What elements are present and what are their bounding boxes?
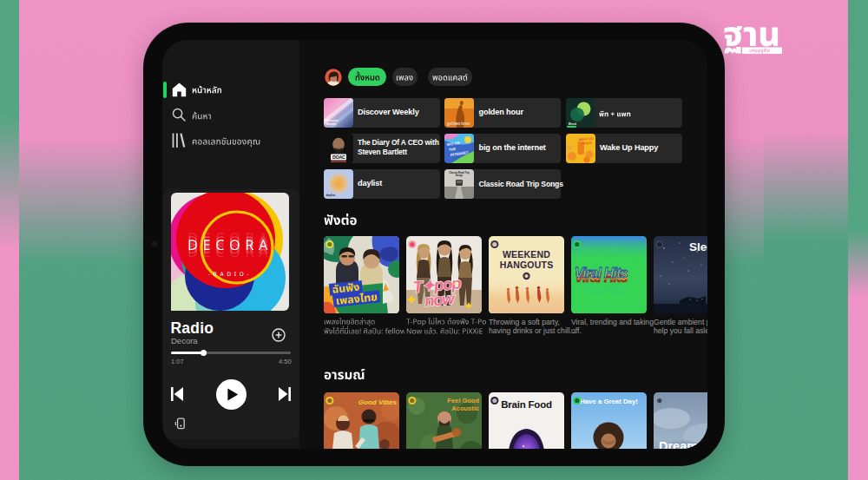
svg-text:daylist: daylist xyxy=(326,193,336,196)
svg-text:Brain Food: Brain Food xyxy=(501,399,552,410)
svg-text:DOAC: DOAC xyxy=(332,155,345,160)
svg-text:Viral Hits: Viral Hits xyxy=(575,266,628,280)
svg-text:now: now xyxy=(424,289,457,310)
svg-text:Blend: Blend xyxy=(569,122,576,125)
svg-text:WEEKEND: WEEKEND xyxy=(503,249,550,260)
svg-text:Acoustic: Acoustic xyxy=(451,404,479,412)
svg-text:HANGOUTS: HANGOUTS xyxy=(500,260,554,270)
svg-text:Weekly: Weekly xyxy=(326,122,336,126)
svg-text:golden hour: golden hour xyxy=(447,122,470,126)
svg-text:Good Vibes: Good Vibes xyxy=(358,398,398,406)
svg-text:Sleep: Sleep xyxy=(689,240,707,253)
svg-text:Feel Good: Feel Good xyxy=(447,397,479,404)
svg-text:Songs: Songs xyxy=(456,174,464,177)
svg-text:Viral Hits: Viral Hits xyxy=(592,294,636,307)
svg-text:Have a Great Day!: Have a Great Day! xyxy=(580,398,638,405)
